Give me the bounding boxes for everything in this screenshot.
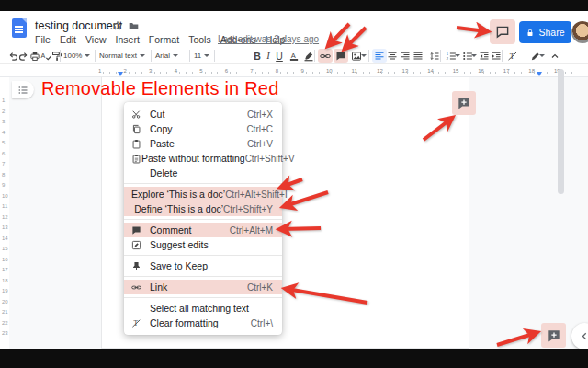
underline-button[interactable]: U: [272, 49, 287, 63]
menu-item-label: Delete: [150, 167, 273, 178]
text-color-button[interactable]: [287, 49, 301, 63]
suggest-icon: [131, 240, 141, 250]
clear-formatting-button[interactable]: [505, 49, 520, 63]
ruler-number: 23: [2, 330, 8, 336]
ruler-number: 17: [2, 267, 8, 272]
google-docs-window: testing document FileEditViewInsertForma…: [0, 0, 588, 368]
ruler-tick: [470, 72, 471, 74]
ruler-tick: [109, 72, 110, 74]
increase-indent-icon: [491, 51, 502, 62]
ruler-tick: [217, 72, 218, 74]
move-folder-icon[interactable]: [128, 21, 140, 31]
menu-view[interactable]: View: [85, 34, 107, 46]
menu-divider: [124, 297, 282, 298]
menu-item-label: Paste without formatting: [141, 153, 245, 164]
link-icon: [131, 282, 141, 293]
font-size-select[interactable]: 11: [194, 49, 209, 63]
paint-format-button[interactable]: [50, 49, 64, 63]
menu-file[interactable]: File: [35, 34, 51, 46]
horizontal-ruler[interactable]: 12345678910111213141516171819: [0, 65, 588, 77]
add-comment-margin-highlight: [541, 323, 566, 348]
ruler-number: 15: [2, 246, 8, 251]
add-comment-margin-highlight: [452, 91, 476, 115]
ruler-number: 2: [124, 68, 127, 74]
menu-item-save-to-keep[interactable]: Save to Keep: [124, 259, 282, 273]
avatar[interactable]: [571, 21, 588, 43]
ruler-tick: [381, 72, 382, 74]
comments-history-icon[interactable]: [495, 25, 510, 39]
hide-side-panel-button[interactable]: [571, 323, 588, 350]
menu-item-copy[interactable]: CopyCtrl+C: [124, 121, 282, 136]
menu-item-shortcut: Ctrl+\: [251, 318, 273, 328]
add-comment-icon[interactable]: [458, 97, 470, 109]
indent-marker[interactable]: [118, 72, 123, 76]
menu-item-define-this-is-a-doc[interactable]: Define ‘This is a doc’Ctrl+Shift+Y: [124, 201, 282, 216]
share-button[interactable]: Share: [519, 21, 571, 43]
chevron-down-icon: [140, 54, 145, 57]
share-label: Share: [538, 27, 564, 38]
collapse-toolbar-button[interactable]: [548, 49, 562, 63]
menu-tools[interactable]: Tools: [188, 34, 211, 46]
show-outline-button[interactable]: [12, 81, 34, 98]
menu-item-select-all-matching-text[interactable]: Select all matching text: [124, 301, 282, 316]
underline-glyph: U: [276, 51, 283, 62]
ruler-number: 20: [2, 299, 8, 305]
styles-select-value: Normal text: [99, 52, 137, 60]
menu-item-comment[interactable]: CommentCtrl+Alt+M: [124, 223, 282, 237]
document-title[interactable]: testing document: [35, 19, 122, 32]
menu-insert[interactable]: Insert: [116, 34, 140, 46]
styles-select[interactable]: Normal text: [99, 49, 145, 63]
menu-divider: [124, 255, 282, 256]
menu-edit[interactable]: Edit: [60, 34, 76, 46]
chevron-left-icon: [579, 330, 588, 342]
star-icon[interactable]: [112, 20, 123, 31]
ruler-tick: [344, 72, 345, 74]
menu-item-label: Comment: [150, 224, 230, 236]
ruler-number: 11: [2, 203, 7, 209]
ruler-tick: [268, 72, 269, 74]
insert-image-caret[interactable]: [361, 49, 367, 63]
ruler-number: 10: [2, 193, 8, 199]
menu-item-link[interactable]: LinkCtrl+K: [124, 280, 282, 294]
menu-item-shortcut: Ctrl+Shift+V: [245, 154, 295, 164]
menu-item-suggest-edits[interactable]: Suggest edits: [124, 237, 282, 252]
docs-logo-icon[interactable]: [12, 18, 27, 38]
ruler-number: 8: [2, 172, 5, 178]
chevron-down-icon: [204, 54, 209, 57]
ruler-tick: [388, 72, 389, 74]
align-right-icon: [400, 51, 411, 62]
zoom-select[interactable]: 100%: [63, 49, 90, 63]
editing-mode-caret[interactable]: [539, 49, 545, 63]
menu-item-shortcut: Ctrl+Alt+Shift+I: [225, 190, 288, 200]
ruler-tick: [508, 72, 509, 74]
insert-comment-button[interactable]: [334, 49, 348, 63]
add-comment-icon[interactable]: [548, 329, 560, 342]
vertical-scrollbar[interactable]: [558, 69, 564, 194]
letterbox-bottom: [0, 349, 588, 368]
clearfmt-icon-cell: [131, 318, 150, 328]
menu-format[interactable]: Format: [149, 34, 179, 46]
menu-item-label: Define ‘This is a doc’: [134, 203, 223, 214]
indent-marker[interactable]: [537, 72, 542, 76]
menu-item-paste-without-formatting[interactable]: Paste without formattingCtrl+Shift+V: [124, 151, 282, 166]
ruler-tick: [262, 72, 263, 74]
menu-item-paste[interactable]: PasteCtrl+V: [124, 136, 282, 151]
menu-item-explore-this-is-a-doc[interactable]: Explore ‘This is a doc’Ctrl+Alt+Shift+I: [124, 187, 282, 201]
menu-item-shortcut: Ctrl+V: [247, 139, 273, 149]
suggest-icon-cell: [131, 240, 150, 250]
font-select[interactable]: Arial: [155, 49, 178, 63]
ruler-tick: [135, 72, 136, 74]
ruler-number: 19: [2, 288, 8, 293]
menu-item-cut[interactable]: CutCtrl+X: [124, 107, 282, 121]
last-edit-link[interactable]: Last edit was 2 days ago: [218, 34, 319, 44]
insert-link-button[interactable]: [318, 49, 333, 63]
menu-item-delete[interactable]: Delete: [124, 166, 282, 180]
menu-item-clear-formatting[interactable]: Clear formattingCtrl+\: [124, 316, 282, 330]
ruler-number: 9: [2, 182, 5, 188]
ruler-number: 3: [2, 119, 5, 124]
scissors-icon-cell: [131, 109, 150, 120]
ruler-number: 21: [2, 309, 8, 315]
ruler-number: 9: [300, 68, 303, 74]
ruler-tick: [483, 72, 484, 74]
menu-item-shortcut: Ctrl+X: [247, 109, 273, 120]
